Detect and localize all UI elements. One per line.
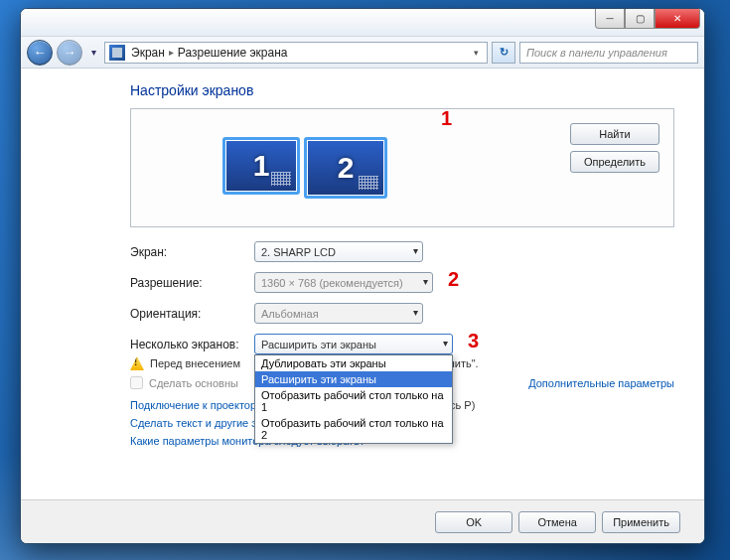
resolution-select[interactable]: 1360 × 768 (рекомендуется) bbox=[254, 272, 433, 293]
monitor-number: 1 bbox=[253, 149, 270, 183]
monitor-arrangement[interactable]: 1 2 Найти Определить 1 bbox=[130, 108, 674, 227]
multiple-displays-label: Несколько экранов: bbox=[130, 338, 254, 351]
multiple-displays-select[interactable]: Расширить эти экраны bbox=[254, 334, 453, 354]
back-button[interactable]: ← bbox=[27, 40, 53, 66]
content: Настройки экранов 1 2 Найти Определить 1 bbox=[21, 69, 704, 499]
orientation-label: Ориентация: bbox=[130, 307, 254, 321]
warning-text: Перед внесением bbox=[150, 357, 240, 369]
titlebar: ─ ▢ ✕ bbox=[21, 9, 704, 37]
cancel-button[interactable]: Отмена bbox=[518, 511, 596, 533]
multiple-displays-dropdown: Дублировать эти экраны Расширить эти экр… bbox=[254, 354, 453, 444]
advanced-settings-link[interactable]: Дополнительные параметры bbox=[528, 377, 674, 389]
dialog-buttons-bar: OK Отмена Применить 4 bbox=[21, 499, 704, 543]
annotation-2: 2 bbox=[448, 268, 459, 291]
monitor-1[interactable]: 1 bbox=[222, 137, 300, 195]
resolution-label: Разрешение: bbox=[130, 276, 254, 290]
breadcrumb-item[interactable]: Разрешение экрана bbox=[178, 46, 288, 60]
projector-link[interactable]: Подключение к проектору bbox=[130, 399, 261, 411]
make-primary-checkbox bbox=[130, 376, 143, 389]
forward-button[interactable]: → bbox=[57, 40, 82, 66]
breadcrumb-separator: ▸ bbox=[169, 47, 174, 58]
monitor-icon bbox=[271, 172, 291, 186]
orientation-select[interactable]: Альбомная bbox=[254, 303, 423, 324]
annotation-1: 1 bbox=[441, 107, 452, 130]
identify-button[interactable]: Определить bbox=[570, 151, 659, 173]
maximize-button[interactable]: ▢ bbox=[625, 9, 655, 29]
annotation-3: 3 bbox=[468, 330, 479, 352]
detect-button[interactable]: Найти bbox=[570, 123, 659, 145]
window-controls: ─ ▢ ✕ bbox=[595, 9, 700, 29]
display-label: Экран: bbox=[130, 245, 254, 259]
monitor-2[interactable]: 2 bbox=[304, 137, 387, 199]
dropdown-option[interactable]: Отобразить рабочий стол только на 1 bbox=[255, 387, 452, 415]
warning-icon bbox=[130, 356, 144, 370]
settings-form: Экран: 2. SHARP LCD Разрешение: 1360 × 7… bbox=[130, 241, 674, 447]
window: ─ ▢ ✕ ← → ▾ Экран ▸ Разрешение экрана ▾ … bbox=[20, 8, 705, 544]
history-dropdown[interactable]: ▾ bbox=[86, 42, 100, 64]
refresh-button[interactable]: ↻ bbox=[492, 42, 515, 64]
display-select[interactable]: 2. SHARP LCD bbox=[254, 241, 423, 262]
control-panel-icon bbox=[109, 45, 125, 61]
minimize-button[interactable]: ─ bbox=[595, 9, 625, 29]
monitor-number: 2 bbox=[338, 151, 355, 185]
page-title: Настройки экранов bbox=[130, 82, 674, 98]
ok-button[interactable]: OK bbox=[435, 511, 512, 533]
close-button[interactable]: ✕ bbox=[655, 9, 700, 29]
search-input[interactable]: Поиск в панели управления bbox=[519, 42, 698, 64]
dropdown-option[interactable]: Отобразить рабочий стол только на 2 bbox=[255, 415, 452, 443]
address-bar[interactable]: Экран ▸ Разрешение экрана ▾ bbox=[104, 42, 488, 64]
address-dropdown-icon[interactable]: ▾ bbox=[470, 48, 483, 58]
dropdown-option[interactable]: Дублировать эти экраны bbox=[255, 355, 452, 371]
make-primary-label: Сделать основны bbox=[149, 377, 238, 389]
navbar: ← → ▾ Экран ▸ Разрешение экрана ▾ ↻ Поис… bbox=[21, 37, 704, 69]
breadcrumb-item[interactable]: Экран bbox=[131, 46, 165, 60]
monitor-icon bbox=[359, 176, 378, 190]
dropdown-option-selected[interactable]: Расширить эти экраны bbox=[255, 371, 452, 387]
apply-button[interactable]: Применить bbox=[602, 511, 680, 533]
